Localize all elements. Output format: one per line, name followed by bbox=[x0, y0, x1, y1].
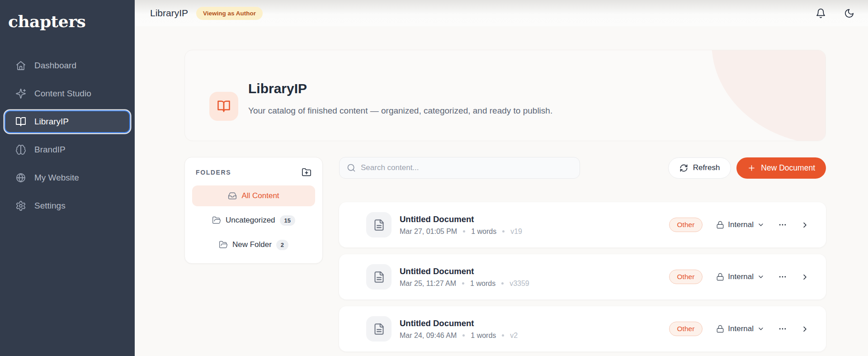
document-row[interactable]: Untitled Document Mar 27, 01:05 PM 1 wor… bbox=[339, 202, 826, 247]
sidebar-item-label: BrandIP bbox=[34, 145, 66, 155]
more-actions-button[interactable] bbox=[778, 324, 787, 333]
document-row[interactable]: Untitled Document Mar 24, 09:46 AM 1 wor… bbox=[339, 306, 826, 351]
sidebar-item-libraryip[interactable]: LibraryIP bbox=[5, 110, 130, 133]
bell-icon bbox=[816, 8, 826, 19]
chevron-right-icon bbox=[801, 221, 809, 229]
sidebar-item-content-studio[interactable]: Content Studio bbox=[5, 82, 130, 105]
folder-label: New Folder bbox=[232, 240, 272, 249]
hero-card: LibraryIP Your catalog of finished conte… bbox=[184, 50, 826, 141]
sidebar: chapters Dashboard Content Studio Librar… bbox=[0, 0, 135, 356]
refresh-button[interactable]: Refresh bbox=[668, 157, 731, 179]
dark-mode-toggle[interactable] bbox=[844, 8, 854, 19]
file-text-icon bbox=[373, 219, 385, 231]
chevron-right-icon bbox=[801, 273, 809, 281]
document-icon-box bbox=[366, 316, 392, 342]
file-text-icon bbox=[373, 323, 385, 335]
document-meta: Mar 25, 11:27 AM 1 words v3359 bbox=[400, 280, 529, 288]
document-date: Mar 24, 09:46 AM bbox=[400, 332, 457, 340]
folder-count-badge: 2 bbox=[276, 240, 288, 250]
visibility-dropdown[interactable]: Internal bbox=[716, 272, 764, 281]
folder-open-icon bbox=[212, 216, 221, 225]
folder-count-badge: 15 bbox=[280, 215, 295, 226]
search-box bbox=[339, 157, 580, 179]
refresh-icon bbox=[679, 164, 688, 172]
plus-icon bbox=[747, 164, 756, 172]
document-version: v19 bbox=[510, 228, 522, 236]
folder-item-new-folder[interactable]: New Folder 2 bbox=[192, 234, 315, 255]
chevron-down-icon bbox=[757, 221, 764, 228]
folder-list: All Content Uncategorized 15 New Fol bbox=[192, 185, 315, 255]
hero-title: LibraryIP bbox=[248, 81, 552, 96]
sidebar-item-dashboard[interactable]: Dashboard bbox=[5, 54, 130, 77]
new-document-label: New Document bbox=[761, 163, 815, 173]
moon-icon bbox=[844, 8, 854, 19]
lock-icon bbox=[716, 273, 724, 281]
notifications-button[interactable] bbox=[816, 8, 826, 19]
sidebar-item-label: Content Studio bbox=[34, 89, 91, 99]
lock-icon bbox=[716, 221, 724, 229]
home-icon bbox=[15, 60, 26, 71]
sidebar-item-settings[interactable]: Settings bbox=[5, 195, 130, 217]
document-version: v2 bbox=[510, 332, 518, 340]
chevron-down-icon bbox=[757, 273, 764, 280]
document-icon-box bbox=[366, 212, 392, 237]
content-area: LibraryIP Your catalog of finished conte… bbox=[135, 26, 868, 356]
visibility-label: Internal bbox=[728, 272, 754, 281]
document-date: Mar 25, 11:27 AM bbox=[400, 280, 456, 288]
document-wordcount: 1 words bbox=[470, 280, 495, 288]
document-title: Untitled Document bbox=[400, 266, 529, 276]
visibility-dropdown[interactable]: Internal bbox=[716, 220, 764, 229]
document-list: Untitled Document Mar 27, 01:05 PM 1 wor… bbox=[339, 202, 826, 351]
dot-separator bbox=[463, 230, 465, 233]
file-text-icon bbox=[373, 271, 385, 283]
visibility-dropdown[interactable]: Internal bbox=[716, 324, 764, 333]
more-actions-button[interactable] bbox=[778, 220, 787, 229]
category-badge: Other bbox=[669, 270, 703, 284]
book-open-icon bbox=[15, 116, 26, 127]
main-area: LibraryIP Viewing as Author bbox=[135, 0, 868, 356]
category-badge: Other bbox=[669, 322, 703, 336]
hero-icon-box bbox=[209, 92, 238, 121]
folder-label: All Content bbox=[241, 191, 279, 200]
brain-icon bbox=[15, 144, 26, 155]
hero-description: Your catalog of finished content — organ… bbox=[248, 102, 552, 120]
category-badge: Other bbox=[669, 218, 703, 232]
dot-separator bbox=[502, 334, 504, 337]
topbar-actions bbox=[816, 8, 854, 19]
search-icon bbox=[347, 163, 356, 172]
document-meta: Mar 27, 01:05 PM 1 words v19 bbox=[400, 228, 522, 236]
document-icon-box bbox=[366, 264, 392, 290]
sparkles-icon bbox=[15, 88, 26, 99]
folders-panel: FOLDERS All Content bbox=[184, 157, 323, 264]
ellipsis-icon bbox=[778, 220, 787, 229]
add-folder-button[interactable] bbox=[301, 166, 312, 178]
gear-icon bbox=[15, 200, 26, 211]
sidebar-item-brandip[interactable]: BrandIP bbox=[5, 138, 130, 161]
visibility-label: Internal bbox=[728, 220, 754, 229]
more-actions-button[interactable] bbox=[778, 272, 787, 281]
refresh-label: Refresh bbox=[693, 163, 720, 172]
search-input[interactable] bbox=[361, 163, 572, 172]
sidebar-item-my-website[interactable]: My Website bbox=[5, 166, 130, 189]
ellipsis-icon bbox=[778, 272, 787, 281]
chevron-down-icon bbox=[757, 325, 764, 332]
viewing-as-badge[interactable]: Viewing as Author bbox=[196, 7, 263, 20]
open-document-button[interactable] bbox=[801, 273, 809, 281]
sidebar-item-label: Dashboard bbox=[34, 61, 76, 71]
dot-separator bbox=[502, 230, 505, 233]
brand-logo: chapters bbox=[8, 12, 130, 31]
page-title: LibraryIP bbox=[150, 8, 188, 19]
open-document-button[interactable] bbox=[801, 221, 809, 229]
toolbar: Refresh New Document bbox=[339, 157, 826, 179]
document-row[interactable]: Untitled Document Mar 25, 11:27 AM 1 wor… bbox=[339, 254, 826, 299]
sidebar-item-label: My Website bbox=[34, 173, 79, 183]
folder-item-all-content[interactable]: All Content bbox=[192, 185, 315, 206]
chevron-right-icon bbox=[801, 325, 809, 333]
document-title: Untitled Document bbox=[400, 318, 518, 328]
document-wordcount: 1 words bbox=[471, 228, 496, 236]
document-wordcount: 1 words bbox=[471, 332, 496, 340]
globe-icon bbox=[15, 172, 26, 183]
folder-item-uncategorized[interactable]: Uncategorized 15 bbox=[192, 210, 315, 231]
open-document-button[interactable] bbox=[801, 325, 809, 333]
new-document-button[interactable]: New Document bbox=[736, 157, 826, 179]
